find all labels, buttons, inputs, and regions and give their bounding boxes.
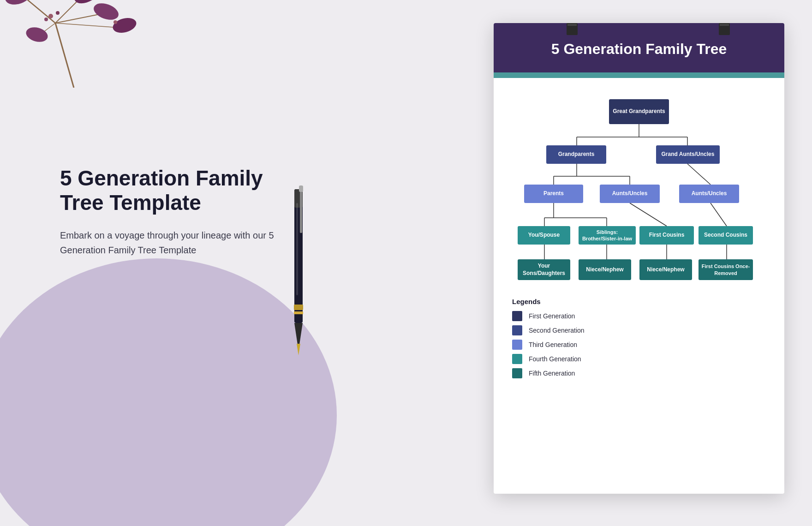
legend-color-box xyxy=(512,311,522,321)
header-teal-bar xyxy=(494,72,784,78)
svg-line-45 xyxy=(630,203,667,226)
legends-section: Legends First Generation Second Generati… xyxy=(508,298,770,378)
node-grand-aunts-uncles: Grand Aunts/Uncles xyxy=(656,145,720,164)
node-parents: Parents xyxy=(524,185,583,203)
svg-rect-24 xyxy=(294,311,303,314)
node-grandparents: Grandparents xyxy=(546,145,606,164)
legend-label: Second Generation xyxy=(529,327,585,334)
svg-point-18 xyxy=(113,20,117,24)
legend-color-box xyxy=(512,325,522,335)
node-great-grandparents: Great Grandparents xyxy=(609,99,669,124)
document: 5 Generation Family Tree xyxy=(494,23,784,494)
legend-color-box xyxy=(512,368,522,378)
node-aunts-uncles-1: Aunts/Uncles xyxy=(600,185,660,203)
clip-left xyxy=(563,23,581,42)
tree-container: Great Grandparents Grandparents Grand Au… xyxy=(508,91,770,289)
clip-right xyxy=(715,23,734,42)
svg-marker-26 xyxy=(297,344,300,355)
svg-point-15 xyxy=(48,14,53,18)
svg-rect-22 xyxy=(299,185,303,192)
node-niece-nephew-2: Niece/Nephew xyxy=(639,259,692,280)
svg-rect-29 xyxy=(567,24,577,26)
page-title: 5 Generation Family Tree Template xyxy=(60,166,281,215)
node-second-cousins: Second Cousins xyxy=(699,226,753,245)
svg-rect-23 xyxy=(294,305,303,310)
svg-point-16 xyxy=(56,11,60,15)
svg-rect-31 xyxy=(720,24,729,26)
legend-item: Fifth Generation xyxy=(512,368,766,378)
node-aunts-uncles-2: Aunts/Uncles xyxy=(679,185,739,203)
page-description: Embark on a voyage through your lineage … xyxy=(60,228,281,257)
left-panel: 5 Generation Family Tree Template Embark… xyxy=(60,166,281,257)
legend-color-box xyxy=(512,340,522,350)
svg-line-1 xyxy=(28,0,55,23)
legend-label: Fifth Generation xyxy=(529,370,575,377)
node-niece-nephew-1: Niece/Nephew xyxy=(579,259,631,280)
node-first-cousins-once-removed: First Cousins Once-Removed xyxy=(699,259,753,280)
svg-point-10 xyxy=(91,0,121,23)
legend-item: Fourth Generation xyxy=(512,354,766,364)
svg-line-3 xyxy=(55,14,102,23)
svg-point-17 xyxy=(44,18,48,21)
svg-rect-27 xyxy=(296,203,298,295)
legend-label: Third Generation xyxy=(529,341,577,348)
legend-item: Third Generation xyxy=(512,340,766,350)
node-sons-daughters: Your Sons/Daughters xyxy=(518,259,570,280)
legend-item: First Generation xyxy=(512,311,766,321)
svg-line-0 xyxy=(55,23,74,88)
svg-point-12 xyxy=(24,25,49,44)
svg-rect-21 xyxy=(300,187,302,233)
doc-body: Great Grandparents Grandparents Grand Au… xyxy=(494,78,784,392)
node-first-cousins: First Cousins xyxy=(639,226,694,245)
svg-line-46 xyxy=(710,203,727,226)
legend-label: Fourth Generation xyxy=(529,355,581,363)
legend-color-box xyxy=(512,354,522,364)
legend-title: Legends xyxy=(512,298,766,305)
doc-title: 5 Generation Family Tree xyxy=(503,41,775,58)
plant-decoration xyxy=(0,0,231,88)
legend-item: Second Generation xyxy=(512,325,766,335)
legend-items-container: First Generation Second Generation Third… xyxy=(512,311,766,378)
doc-header: 5 Generation Family Tree xyxy=(494,23,784,72)
node-you-spouse: You/Spouse xyxy=(518,226,570,245)
legend-label: First Generation xyxy=(529,312,575,320)
svg-line-6 xyxy=(55,23,120,28)
svg-line-40 xyxy=(687,164,710,185)
pen-decoration xyxy=(286,180,311,365)
svg-line-2 xyxy=(55,0,83,23)
node-siblings: Siblings: Brother/Sister-in-law xyxy=(579,226,636,245)
